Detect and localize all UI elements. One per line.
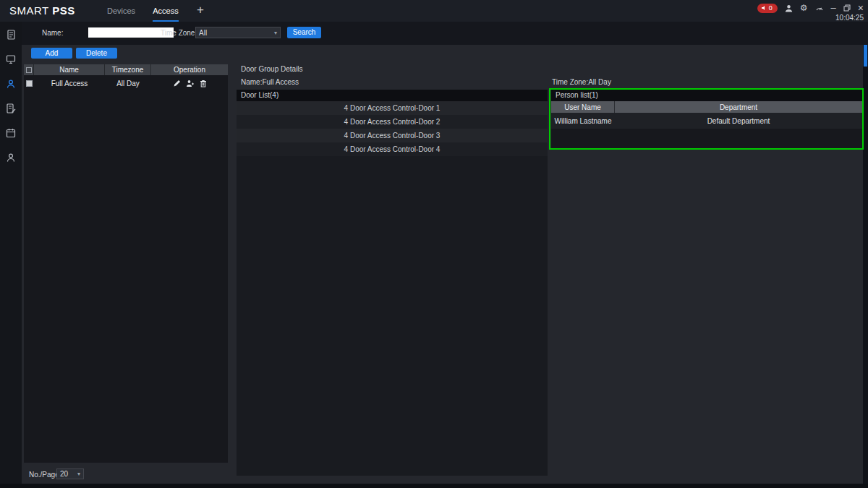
person-user-cell: William Lastname [551,113,615,129]
sidebar-device-icon[interactable] [5,53,17,65]
details-title: Door Group Details [241,65,303,73]
header-name: Name [34,64,105,75]
page-size-select[interactable]: 20 ▾ [56,468,84,479]
operation-cell [151,80,228,87]
chevron-down-icon: ▾ [274,30,277,36]
person-list-title: Person list(1) [551,90,862,101]
system-clock: 10:04:25 [835,14,864,22]
alarm-badge[interactable]: 0 [757,4,778,13]
name-label: Name: [42,29,63,37]
door-list-item: 4 Door Access Control-Door 2 [237,115,548,129]
select-all-checkbox[interactable] [26,67,32,73]
sidebar-person-icon[interactable] [5,152,17,163]
details-timezone: Time Zone:All Day [552,78,611,86]
door-list-title: Door List(4) [237,90,548,101]
user-account-icon[interactable] [785,4,793,12]
delete-button[interactable]: Delete [76,48,117,59]
minimize-icon[interactable]: – [831,3,836,13]
delete-trash-icon[interactable] [200,80,207,87]
titlebar-icon-group: 0 ⚙ – × [757,3,864,13]
sidebar-access-user-icon[interactable] [5,78,17,90]
group-table-row[interactable]: Full Access All Day [24,75,228,91]
close-icon[interactable]: × [858,3,864,13]
smart-pss-window: SMART PSS Devices Access + 0 ⚙ – × 10:04… [0,0,868,488]
header-operation: Operation [151,64,228,75]
tab-access-label: Access [153,7,178,15]
sidebar-schedule-icon[interactable] [5,127,17,139]
timezone-label: Time Zone: [161,29,197,37]
add-button[interactable]: Add [31,48,72,59]
header-timezone: Timezone [105,64,151,75]
timezone-select[interactable]: All ▾ [195,27,281,38]
row-checkbox[interactable] [26,80,33,87]
person-department-cell: Default Department [615,113,862,129]
alarm-count: 0 [769,4,773,12]
search-button[interactable]: Search [287,27,321,38]
module-sidebar [0,22,22,488]
tab-devices-label: Devices [107,7,135,15]
logo-pss: PSS [52,4,75,17]
app-logo: SMART PSS [9,0,75,22]
header-department: Department [615,101,862,113]
door-list-item: 4 Door Access Control-Door 4 [237,142,548,156]
group-table-body: Full Access All Day [24,75,228,463]
new-tab-button[interactable]: + [192,0,208,22]
person-list-panel: Person list(1) User Name Department Will… [551,90,862,148]
restore-icon[interactable] [843,4,851,12]
add-person-icon[interactable] [186,80,195,87]
group-table-header: Name Timezone Operation [24,64,228,75]
speaker-icon [761,5,767,11]
door-list-item: 4 Door Access Control-Door 3 [237,129,548,142]
footer-strip [0,484,868,488]
pager-label: No./Page [29,471,59,479]
group-timezone-cell: All Day [105,80,151,87]
person-table-row: William Lastname Default Department [551,113,862,129]
dashboard-gauge-icon[interactable] [815,4,824,12]
header-user-name: User Name [551,101,615,113]
settings-gear-icon[interactable]: ⚙ [800,3,808,13]
title-bar: SMART PSS Devices Access + 0 ⚙ – × [0,0,868,22]
tab-devices[interactable]: Devices [101,0,141,22]
edit-pencil-icon[interactable] [173,80,181,87]
group-name-cell: Full Access [34,80,105,87]
door-list-item: 4 Door Access Control-Door 1 [237,101,548,115]
search-toolbar: Name: Time Zone: All ▾ Search [22,22,868,45]
sidebar-report-icon[interactable] [5,103,17,114]
sidebar-log-icon[interactable] [5,29,17,40]
chevron-down-icon: ▾ [77,471,80,477]
page-size-value: 20 [60,470,68,478]
scrollbar-track[interactable] [863,45,868,488]
logo-smart: SMART [9,4,52,17]
details-group-name: Name:Full Access [241,78,299,86]
door-list-panel: Door List(4) 4 Door Access Control-Door … [237,90,548,476]
tab-access[interactable]: Access [147,0,184,22]
timezone-selected-value: All [199,29,207,37]
scrollbar-thumb[interactable] [864,45,867,67]
person-table-header: User Name Department [551,101,862,113]
